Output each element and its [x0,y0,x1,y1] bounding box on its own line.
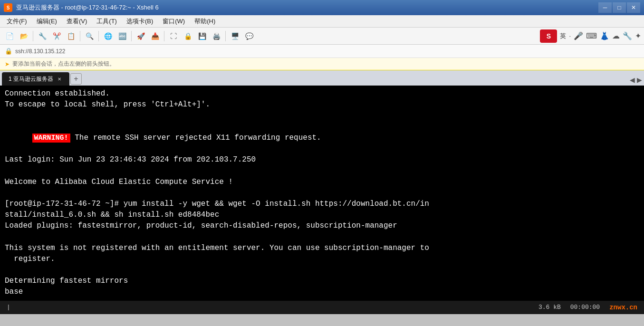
status-pipe: | [7,304,10,311]
terminal-line-13: This system is not registered with an en… [5,243,639,254]
menu-edit[interactable]: 编辑(E) [32,16,62,27]
toolbar-btn-15[interactable]: 💬 [242,29,256,43]
status-time: 00:00:00 [570,304,600,311]
terminal-line-7: Welcome to Alibaba Cloud Elastic Compute… [5,177,639,188]
toolbar-btn-13[interactable]: 🖨️ [210,29,223,43]
warning-badge: WARNING! [32,134,70,143]
toolbar-sep-2 [80,31,80,41]
status-right: 3.6 kB 00:00:00 znwx.cn [538,304,637,311]
window-title: 亚马逊云服务器 - root@ip-172-31-46-72:~ - Xshel… [16,3,159,12]
terminal-line-16: Determining fastest mirrors [5,276,639,287]
menu-help[interactable]: 帮助(H) [190,16,220,27]
terminal-line-12 [5,231,639,242]
lock-icon: 🔒 [5,48,12,55]
toolbar-btn-9[interactable]: 📥 [148,29,162,43]
menu-tab[interactable]: 选项卡(B) [122,16,158,27]
terminal-line-4: WARNING! The remote SSH server rejected … [5,122,639,155]
sogou-star-icon[interactable]: ✦ [635,31,641,40]
title-bar-left: S 亚马逊云服务器 - root@ip-172-31-46-72:~ - Xsh… [4,3,159,12]
toolbar-sep-1 [33,31,33,41]
close-button[interactable]: ✕ [627,2,640,13]
toolbar-sep-6 [225,31,226,41]
terminal-line-9: [root@ip-172-31-46-72 ~]# yum install -y… [5,199,639,210]
toolbar: 📄 📂 🔧 ✂️ 📋 🔍 🌐 🔤 🚀 📥 ⛶ 🔒 💾 🖨️ 🖥️ 💬 S 英 ·… [0,28,644,45]
toolbar-btn-11[interactable]: 🔒 [181,29,194,43]
toolbar-btn-7[interactable]: 🔤 [115,29,129,43]
terminal-line-10: stall/install_6.0.sh && sh install.sh ed… [5,210,639,221]
terminal-line-8 [5,188,639,199]
toolbar-btn-5[interactable]: 🔍 [83,29,96,43]
window-controls[interactable]: ─ □ ✕ [598,2,640,13]
tab-close-button[interactable]: ✕ [56,76,63,82]
tab-add-button[interactable]: + [70,73,82,85]
sogou-cloud-icon[interactable]: ☁ [612,31,620,40]
app-icon: S [4,3,12,12]
sogou-logo: S [540,29,557,43]
terminal-line-15 [5,265,639,276]
title-bar: S 亚马逊云服务器 - root@ip-172-31-46-72:~ - Xsh… [0,0,644,15]
toolbar-sep-3 [98,31,99,41]
toolbar-btn-8[interactable]: 🚀 [134,29,147,43]
toolbar-new[interactable]: 📄 [3,29,16,43]
terminal-line-6 [5,165,639,176]
notice-bar: ➤ 要添加当前会话，点击左侧的箭头按钮。 [0,58,644,70]
address-text[interactable]: ssh://8.130.135.122 [15,48,65,55]
toolbar-sep-4 [131,31,132,41]
menu-view[interactable]: 查看(V) [62,16,92,27]
toolbar-btn-12[interactable]: 💾 [195,29,209,43]
status-bar: | 3.6 kB 00:00:00 znwx.cn [0,301,644,314]
warning-text: The remote SSH server rejected X11 forwa… [70,134,321,142]
toolbar-btn-10[interactable]: ⛶ [167,29,180,43]
terminal-content: Connection established. To escape to loc… [5,88,639,298]
terminal-line-17: base [5,287,639,297]
terminal-line-3 [5,110,639,121]
status-brand: znwx.cn [609,304,637,311]
notice-arrow-icon: ➤ [5,61,10,67]
toolbar-btn-3[interactable]: ✂️ [50,29,63,43]
toolbar-btn-2[interactable]: 🔧 [36,29,49,43]
status-size: 3.6 kB [538,304,561,311]
menu-window[interactable]: 窗口(W) [158,16,190,27]
sogou-skin-icon[interactable]: 👗 [600,31,609,40]
sogou-mic-icon[interactable]: 🎤 [574,31,583,40]
toolbar-right: S 英 · 🎤 ⌨ 👗 ☁ 🔧 ✦ [540,29,641,43]
toolbar-btn-14[interactable]: 🖥️ [228,29,241,43]
tab-nav: ◀ ▶ [630,76,642,84]
address-bar: 🔒 ssh://8.130.135.122 [0,45,644,58]
menu-bar: 文件(F) 编辑(E) 查看(V) 工具(T) 选项卡(B) 窗口(W) 帮助(… [0,15,644,28]
menu-file[interactable]: 文件(F) [2,16,32,27]
tab-amazon-server[interactable]: 1 亚马逊云服务器 ✕ [2,72,69,86]
tab-next-button[interactable]: ▶ [637,76,642,84]
menu-tools[interactable]: 工具(T) [92,16,122,27]
toolbar-btn-6[interactable]: 🌐 [101,29,115,43]
terminal-line-1: Connection established. [5,88,639,99]
sogou-lang: 英 [560,32,566,40]
tab-bar: 1 亚马逊云服务器 ✕ + ◀ ▶ [0,70,644,86]
terminal[interactable]: Connection established. To escape to loc… [0,86,644,301]
toolbar-sep-5 [164,31,164,41]
maximize-button[interactable]: □ [613,2,626,13]
tab-prev-button[interactable]: ◀ [630,76,635,84]
sogou-dots: · [569,32,571,39]
toolbar-btn-4[interactable]: 📋 [64,29,77,43]
terminal-line-2: To escape to local shell, press 'Ctrl+Al… [5,99,639,110]
terminal-line-5: Last login: Sun Jun 23 23:46:43 2024 fro… [5,154,639,165]
minimize-button[interactable]: ─ [598,2,612,13]
notice-text: 要添加当前会话，点击左侧的箭头按钮。 [12,60,115,68]
toolbar-open[interactable]: 📂 [17,29,30,43]
sogou-tool-icon[interactable]: 🔧 [623,31,632,40]
tab-label: 1 亚马逊云服务器 [9,75,53,83]
sogou-keyboard-icon[interactable]: ⌨ [586,31,597,40]
terminal-line-11: Loaded plugins: fastestmirror, product-i… [5,221,639,231]
terminal-line-14: register. [5,254,639,265]
